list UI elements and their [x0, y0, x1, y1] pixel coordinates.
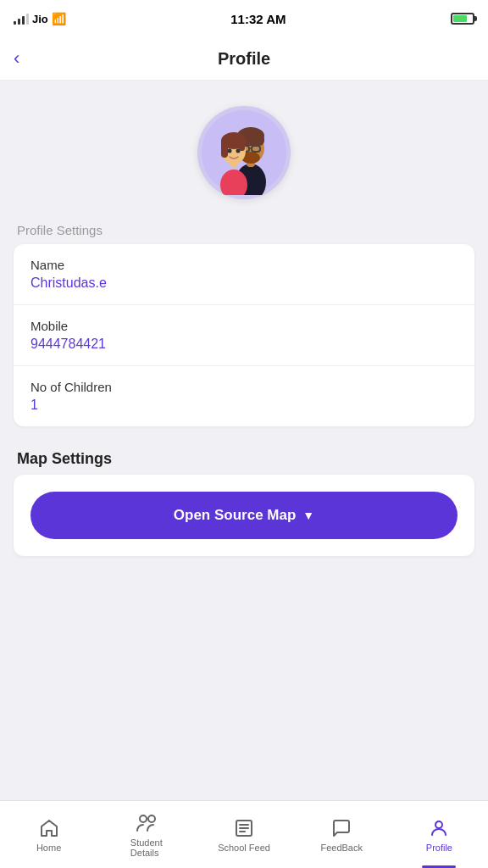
svg-rect-14	[221, 139, 228, 158]
children-label: No of Children	[30, 380, 458, 394]
svg-rect-15	[239, 139, 245, 151]
open-map-button[interactable]: Open Source Map ▼	[30, 492, 458, 539]
nav-item-feedback[interactable]: FeedBack	[293, 801, 391, 868]
nav-school-feed-label: School Feed	[218, 843, 270, 853]
mobile-label: Mobile	[30, 319, 458, 333]
nav-item-profile[interactable]: Profile	[391, 801, 488, 868]
svg-point-24	[435, 821, 442, 828]
main-content: Profile Settings Name Christudas.e Mobil…	[0, 81, 488, 868]
avatar-section	[0, 81, 488, 216]
school-feed-icon	[233, 817, 255, 839]
signal-icon	[14, 13, 29, 25]
name-row: Name Christudas.e	[14, 244, 474, 305]
wifi-icon: 📶	[52, 12, 66, 25]
nav-item-home[interactable]: Home	[0, 801, 97, 868]
profile-settings-label: Profile Settings	[0, 216, 488, 244]
battery-icon	[451, 13, 474, 25]
name-label: Name	[30, 258, 458, 272]
header: ‹ Profile	[0, 37, 488, 81]
nav-home-label: Home	[36, 843, 61, 853]
status-bar: Jio 📶 11:32 AM	[0, 0, 488, 37]
children-row: No of Children 1	[14, 366, 474, 426]
back-button[interactable]: ‹	[14, 47, 47, 70]
page-title: Profile	[47, 49, 441, 69]
status-left: Jio 📶	[14, 12, 66, 25]
map-settings-label: Map Settings	[0, 440, 488, 475]
nav-profile-label: Profile	[426, 843, 452, 853]
home-icon	[38, 817, 60, 839]
svg-point-17	[236, 149, 241, 153]
mobile-value: 9444784421	[30, 337, 458, 352]
nav-item-school-feed[interactable]: School Feed	[195, 801, 292, 868]
nav-feedback-label: FeedBack	[320, 843, 363, 853]
dropdown-arrow-icon: ▼	[302, 509, 314, 522]
profile-icon	[428, 817, 450, 839]
carrier-label: Jio	[32, 13, 48, 25]
svg-point-18	[140, 815, 147, 822]
nav-student-details-label: StudentDetails	[130, 837, 163, 858]
map-card: Open Source Map ▼	[14, 475, 474, 556]
svg-point-19	[148, 815, 155, 822]
svg-point-16	[228, 149, 232, 153]
name-value: Christudas.e	[30, 275, 458, 291]
avatar-image	[202, 110, 286, 195]
profile-card: Name Christudas.e Mobile 9444784421 No o…	[14, 244, 474, 426]
bottom-nav: Home StudentDetails School Feed	[0, 800, 488, 868]
feedback-icon	[330, 817, 352, 839]
nav-item-student-details[interactable]: StudentDetails	[97, 801, 195, 868]
children-value: 1	[30, 398, 458, 413]
status-right	[451, 13, 474, 25]
status-time: 11:32 AM	[230, 12, 286, 26]
mobile-row: Mobile 9444784421	[14, 305, 474, 366]
avatar	[197, 106, 291, 199]
student-details-icon	[136, 812, 158, 834]
